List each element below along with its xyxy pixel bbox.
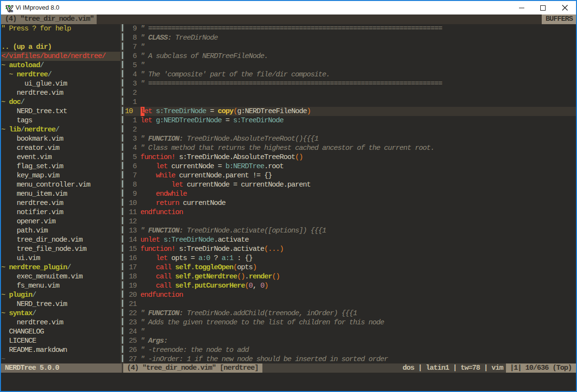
svg-text:im: im: [9, 9, 13, 13]
